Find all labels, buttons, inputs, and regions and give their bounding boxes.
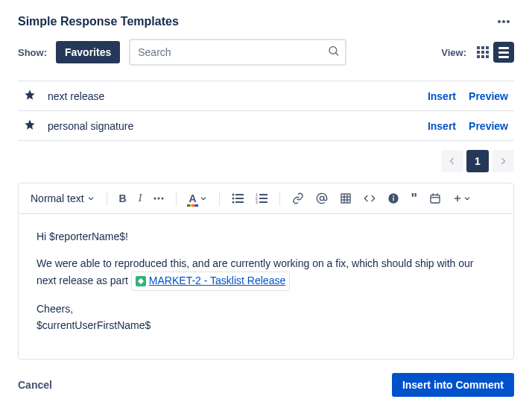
search-icon <box>327 45 341 60</box>
insert-into-comment-button[interactable]: Insert into Comment <box>392 373 514 397</box>
grid-icon <box>477 46 489 58</box>
text-color-button[interactable]: A <box>184 189 211 207</box>
svg-rect-18 <box>341 194 350 203</box>
editor-toolbar: Normal text B I A 123 <box>19 183 513 214</box>
text-style-dropdown[interactable]: Normal text <box>26 189 99 207</box>
template-name: next release <box>42 81 410 111</box>
table-row: next release Insert Preview <box>18 81 514 111</box>
svg-point-4 <box>162 198 164 200</box>
chevron-down-icon <box>200 195 207 202</box>
editor-line: Cheers, <box>37 301 495 318</box>
search-input[interactable] <box>129 39 346 66</box>
template-name: personal signature <box>42 111 410 141</box>
insert-link[interactable]: Insert <box>428 90 456 102</box>
more-menu[interactable] <box>493 16 514 28</box>
list-icon <box>498 47 509 58</box>
svg-point-9 <box>232 201 234 204</box>
numbered-list-button[interactable]: 123 <box>251 190 272 207</box>
editor-line: $currentUserFirstName$ <box>37 318 495 334</box>
insert-link[interactable]: Insert <box>428 120 456 132</box>
bold-button[interactable]: B <box>115 189 131 207</box>
grid-view-button[interactable] <box>472 42 493 63</box>
svg-point-7 <box>232 198 234 200</box>
chevron-down-icon <box>87 195 95 202</box>
svg-rect-8 <box>235 198 244 199</box>
date-button[interactable] <box>425 189 446 207</box>
chevron-down-icon <box>463 195 471 202</box>
editor-line: We were able to reproduced this, and are… <box>37 256 495 291</box>
svg-rect-24 <box>393 198 393 201</box>
editor-panel: Normal text B I A 123 <box>18 183 514 360</box>
svg-point-0 <box>329 47 337 54</box>
svg-point-17 <box>320 196 323 200</box>
svg-rect-14 <box>259 198 267 199</box>
svg-rect-16 <box>259 201 267 203</box>
cancel-button[interactable]: Cancel <box>18 379 52 391</box>
svg-point-2 <box>154 198 156 200</box>
svg-rect-12 <box>259 194 267 195</box>
table-button[interactable] <box>335 189 356 207</box>
view-label: View: <box>441 47 466 58</box>
italic-button[interactable]: I <box>134 189 147 207</box>
svg-point-5 <box>232 194 234 196</box>
pager-page-1[interactable]: 1 <box>466 150 489 172</box>
svg-point-3 <box>158 198 160 200</box>
svg-rect-10 <box>235 201 244 203</box>
page-title: Simple Response Templates <box>18 15 179 28</box>
svg-line-1 <box>336 53 338 55</box>
mention-button[interactable] <box>311 189 332 207</box>
insert-more-button[interactable] <box>449 191 475 206</box>
svg-rect-26 <box>431 195 440 203</box>
svg-point-25 <box>393 195 394 197</box>
editor-body[interactable]: Hi $reporterName$! We were able to repro… <box>19 214 513 359</box>
show-label: Show: <box>18 47 47 58</box>
pager-prev[interactable] <box>441 150 463 172</box>
quote-button[interactable]: " <box>407 191 422 206</box>
smart-link[interactable]: MARKET-2 - Tasklist Release <box>131 272 290 291</box>
preview-link[interactable]: Preview <box>469 90 508 102</box>
editor-line: Hi $reporterName$! <box>37 229 495 245</box>
table-row: personal signature Insert Preview <box>18 111 514 141</box>
link-button[interactable] <box>288 189 308 207</box>
star-icon[interactable] <box>24 121 36 133</box>
svg-text:3: 3 <box>256 200 258 204</box>
favorites-filter-button[interactable]: Favorites <box>56 41 120 63</box>
svg-rect-6 <box>235 194 244 195</box>
preview-link[interactable]: Preview <box>469 120 508 132</box>
info-button[interactable] <box>383 189 404 207</box>
issue-type-icon <box>136 276 146 286</box>
more-format-button[interactable] <box>149 194 168 203</box>
code-button[interactable] <box>359 189 380 207</box>
star-icon[interactable] <box>24 91 36 103</box>
pager-next[interactable] <box>492 150 514 172</box>
list-view-button[interactable] <box>493 42 514 63</box>
bullet-list-button[interactable] <box>227 190 248 207</box>
